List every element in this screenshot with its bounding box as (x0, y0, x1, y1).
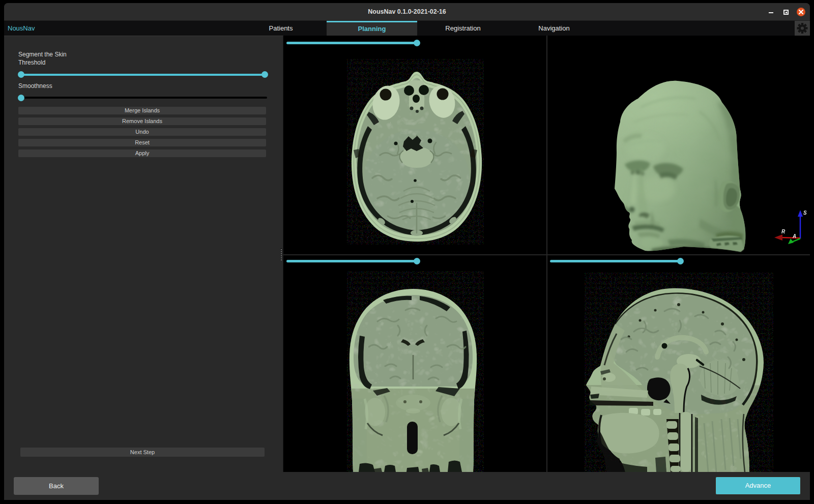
svg-text:R: R (781, 229, 786, 234)
svg-text:A: A (792, 233, 796, 239)
svg-text:S: S (803, 210, 807, 216)
